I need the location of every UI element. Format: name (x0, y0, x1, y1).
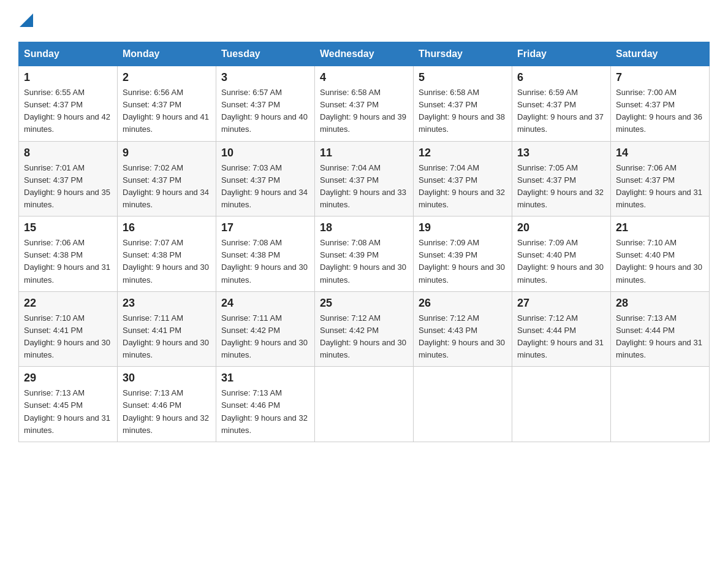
calendar-cell: 23Sunrise: 7:11 AMSunset: 4:41 PMDayligh… (118, 291, 216, 367)
day-number: 31 (221, 372, 309, 385)
svg-marker-0 (20, 13, 33, 27)
calendar-cell: 5Sunrise: 6:58 AMSunset: 4:37 PMDaylight… (414, 66, 512, 142)
calendar-week-row: 22Sunrise: 7:10 AMSunset: 4:41 PMDayligh… (19, 291, 710, 367)
calendar-cell: 8Sunrise: 7:01 AMSunset: 4:37 PMDaylight… (19, 141, 118, 216)
day-number: 28 (616, 297, 704, 310)
day-number: 25 (320, 297, 408, 310)
calendar-cell: 21Sunrise: 7:10 AMSunset: 4:40 PMDayligh… (611, 216, 710, 292)
calendar-cell: 25Sunrise: 7:12 AMSunset: 4:42 PMDayligh… (315, 291, 414, 367)
day-number: 8 (24, 147, 112, 159)
calendar-cell: 12Sunrise: 7:04 AMSunset: 4:37 PMDayligh… (414, 141, 512, 216)
calendar-cell: 18Sunrise: 7:08 AMSunset: 4:39 PMDayligh… (315, 216, 414, 292)
day-number: 13 (517, 147, 605, 159)
day-number: 12 (419, 147, 507, 159)
calendar-week-row: 15Sunrise: 7:06 AMSunset: 4:38 PMDayligh… (19, 216, 710, 292)
col-sunday: Sunday (19, 42, 118, 66)
calendar-cell: 31Sunrise: 7:13 AMSunset: 4:46 PMDayligh… (216, 367, 315, 442)
col-friday: Friday (512, 42, 611, 66)
day-number: 5 (419, 71, 507, 84)
col-thursday: Thursday (414, 42, 512, 66)
calendar-cell (611, 367, 710, 442)
day-info: Sunrise: 7:11 AMSunset: 4:41 PMDaylight:… (123, 312, 211, 362)
day-number: 4 (320, 71, 408, 84)
day-number: 6 (517, 71, 605, 84)
day-info: Sunrise: 7:04 AMSunset: 4:37 PMDaylight:… (419, 162, 507, 212)
calendar-cell (315, 367, 414, 442)
calendar-cell: 22Sunrise: 7:10 AMSunset: 4:41 PMDayligh… (19, 291, 118, 367)
calendar-cell: 7Sunrise: 7:00 AMSunset: 4:37 PMDaylight… (611, 66, 710, 142)
day-number: 20 (517, 221, 605, 234)
calendar-cell: 3Sunrise: 6:57 AMSunset: 4:37 PMDaylight… (216, 66, 315, 142)
day-number: 16 (123, 221, 211, 234)
day-number: 18 (320, 221, 408, 234)
day-number: 30 (123, 372, 211, 385)
calendar-cell: 2Sunrise: 6:56 AMSunset: 4:37 PMDaylight… (118, 66, 216, 142)
day-info: Sunrise: 7:00 AMSunset: 4:37 PMDaylight:… (616, 86, 704, 136)
day-info: Sunrise: 7:10 AMSunset: 4:40 PMDaylight:… (616, 237, 704, 286)
day-info: Sunrise: 7:12 AMSunset: 4:42 PMDaylight:… (320, 312, 408, 362)
day-info: Sunrise: 7:13 AMSunset: 4:46 PMDaylight:… (123, 387, 211, 437)
day-number: 11 (320, 147, 408, 159)
calendar-cell: 16Sunrise: 7:07 AMSunset: 4:38 PMDayligh… (118, 216, 216, 292)
day-info: Sunrise: 6:57 AMSunset: 4:37 PMDaylight:… (221, 86, 309, 136)
day-info: Sunrise: 7:02 AMSunset: 4:37 PMDaylight:… (123, 162, 211, 212)
day-info: Sunrise: 7:13 AMSunset: 4:46 PMDaylight:… (221, 387, 309, 437)
day-info: Sunrise: 7:12 AMSunset: 4:43 PMDaylight:… (419, 312, 507, 362)
day-number: 3 (221, 71, 309, 84)
day-number: 19 (419, 221, 507, 234)
calendar-week-row: 8Sunrise: 7:01 AMSunset: 4:37 PMDaylight… (19, 141, 710, 216)
day-info: Sunrise: 7:08 AMSunset: 4:38 PMDaylight:… (221, 237, 309, 286)
day-info: Sunrise: 7:07 AMSunset: 4:38 PMDaylight:… (123, 237, 211, 286)
calendar-cell: 6Sunrise: 6:59 AMSunset: 4:37 PMDaylight… (512, 66, 611, 142)
calendar-cell: 11Sunrise: 7:04 AMSunset: 4:37 PMDayligh… (315, 141, 414, 216)
calendar-cell: 14Sunrise: 7:06 AMSunset: 4:37 PMDayligh… (611, 141, 710, 216)
day-info: Sunrise: 6:55 AMSunset: 4:37 PMDaylight:… (24, 86, 112, 136)
day-info: Sunrise: 7:05 AMSunset: 4:37 PMDaylight:… (517, 162, 605, 212)
day-number: 24 (221, 297, 309, 310)
calendar-cell: 4Sunrise: 6:58 AMSunset: 4:37 PMDaylight… (315, 66, 414, 142)
day-info: Sunrise: 7:06 AMSunset: 4:38 PMDaylight:… (24, 237, 112, 286)
col-tuesday: Tuesday (216, 42, 315, 66)
calendar-cell: 20Sunrise: 7:09 AMSunset: 4:40 PMDayligh… (512, 216, 611, 292)
col-wednesday: Wednesday (315, 42, 414, 66)
day-info: Sunrise: 6:56 AMSunset: 4:37 PMDaylight:… (123, 86, 211, 136)
calendar-cell: 24Sunrise: 7:11 AMSunset: 4:42 PMDayligh… (216, 291, 315, 367)
day-info: Sunrise: 6:58 AMSunset: 4:37 PMDaylight:… (320, 86, 408, 136)
day-info: Sunrise: 6:59 AMSunset: 4:37 PMDaylight:… (517, 86, 605, 136)
day-number: 22 (24, 297, 112, 310)
calendar-week-row: 29Sunrise: 7:13 AMSunset: 4:45 PMDayligh… (19, 367, 710, 442)
day-number: 10 (221, 147, 309, 159)
day-info: Sunrise: 7:10 AMSunset: 4:41 PMDaylight:… (24, 312, 112, 362)
day-number: 23 (123, 297, 211, 310)
day-info: Sunrise: 7:03 AMSunset: 4:37 PMDaylight:… (221, 162, 309, 212)
day-info: Sunrise: 7:06 AMSunset: 4:37 PMDaylight:… (616, 162, 704, 212)
calendar-cell: 19Sunrise: 7:09 AMSunset: 4:39 PMDayligh… (414, 216, 512, 292)
calendar-header-row: Sunday Monday Tuesday Wednesday Thursday… (19, 42, 710, 66)
day-number: 15 (24, 221, 112, 234)
calendar-table: Sunday Monday Tuesday Wednesday Thursday… (18, 42, 710, 442)
day-number: 9 (123, 147, 211, 159)
calendar-cell: 9Sunrise: 7:02 AMSunset: 4:37 PMDaylight… (118, 141, 216, 216)
calendar-cell: 1Sunrise: 6:55 AMSunset: 4:37 PMDaylight… (19, 66, 118, 142)
day-info: Sunrise: 7:13 AMSunset: 4:44 PMDaylight:… (616, 312, 704, 362)
day-number: 17 (221, 221, 309, 234)
day-number: 14 (616, 147, 704, 159)
logo (18, 12, 33, 29)
day-info: Sunrise: 7:12 AMSunset: 4:44 PMDaylight:… (517, 312, 605, 362)
calendar-cell: 10Sunrise: 7:03 AMSunset: 4:37 PMDayligh… (216, 141, 315, 216)
day-info: Sunrise: 7:13 AMSunset: 4:45 PMDaylight:… (24, 387, 112, 437)
day-info: Sunrise: 7:09 AMSunset: 4:40 PMDaylight:… (517, 237, 605, 286)
calendar-cell: 29Sunrise: 7:13 AMSunset: 4:45 PMDayligh… (19, 367, 118, 442)
day-number: 1 (24, 71, 112, 84)
day-number: 21 (616, 221, 704, 234)
calendar-cell: 28Sunrise: 7:13 AMSunset: 4:44 PMDayligh… (611, 291, 710, 367)
day-number: 7 (616, 71, 704, 84)
day-info: Sunrise: 7:01 AMSunset: 4:37 PMDaylight:… (24, 162, 112, 212)
col-saturday: Saturday (611, 42, 710, 66)
page-header (18, 12, 710, 29)
day-info: Sunrise: 7:11 AMSunset: 4:42 PMDaylight:… (221, 312, 309, 362)
day-info: Sunrise: 6:58 AMSunset: 4:37 PMDaylight:… (419, 86, 507, 136)
logo-triangle-icon (20, 13, 33, 27)
calendar-cell: 27Sunrise: 7:12 AMSunset: 4:44 PMDayligh… (512, 291, 611, 367)
day-number: 29 (24, 372, 112, 385)
